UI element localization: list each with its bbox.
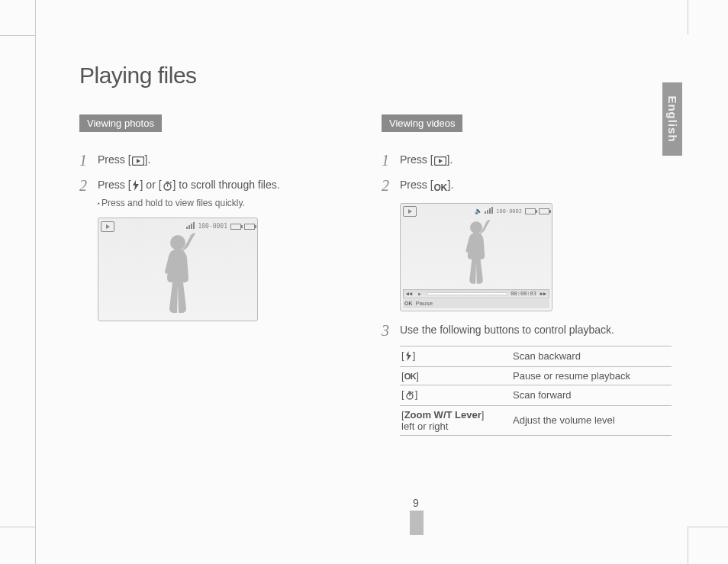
control-action: Adjust the volume level (511, 405, 672, 435)
signal-icon (185, 222, 195, 230)
ok-icon: OK (404, 301, 413, 306)
battery-icon (539, 208, 549, 214)
crop-mark (35, 0, 36, 564)
control-key: [] (400, 385, 511, 405)
step-text: Press [ (98, 179, 131, 191)
crop-mark (0, 527, 35, 527)
step-text: ]. (145, 153, 151, 166)
control-key: [Zoom W/T Lever]left or right (400, 405, 511, 435)
video-playback-screenshot: 🔈 100-0002 ◀◀ ▶ 00:00:03 ▶▶ OK Pause (400, 203, 552, 311)
signal-icon (484, 207, 493, 215)
crop-mark (0, 35, 35, 36)
pause-label: Pause (416, 300, 433, 307)
column-viewing-videos: Viewing videos 1 Press []. 2 Press [OK].… (382, 114, 673, 436)
step-text: ] or [ (140, 179, 162, 191)
zoom-lever-sub: left or right (401, 421, 448, 432)
step-1: 1 Press []. (382, 152, 673, 169)
ok-bar: OK Pause (403, 299, 549, 308)
battery-icon (244, 224, 255, 230)
video-control-bar: ◀◀ ▶ 00:00:03 ▶▶ (403, 289, 549, 298)
page-number: 9 (413, 497, 419, 509)
flash-icon (405, 351, 412, 363)
svg-marker-11 (406, 351, 411, 361)
person-silhouette (143, 232, 212, 316)
step-number: 2 (382, 177, 400, 195)
control-key: [] (400, 346, 511, 366)
step-3: 3 Use the following buttons to control p… (382, 322, 673, 338)
svg-line-15 (412, 392, 414, 393)
progress-track (427, 292, 507, 295)
table-row: [] Scan forward (400, 385, 672, 405)
step-text: Press [ (98, 153, 131, 166)
svg-point-7 (170, 235, 185, 250)
memory-icon (230, 224, 241, 230)
step-text: ]. (447, 153, 453, 166)
ok-icon: OK (404, 372, 417, 381)
svg-marker-9 (439, 159, 443, 163)
step-text: Press [ (400, 153, 433, 166)
control-table: [] Scan backward [OK] Pause or resume pl… (400, 346, 672, 436)
rewind-icon: ◀◀ (404, 291, 414, 297)
video-time: 00:00:03 (511, 291, 536, 297)
play-icon (403, 206, 417, 217)
timer-icon (405, 391, 414, 402)
crop-mark (688, 527, 688, 564)
control-key: [OK] (400, 366, 511, 385)
step-text: Use the following buttons to control pla… (400, 322, 673, 338)
forward-icon: ▶▶ (538, 291, 549, 297)
section-heading: Viewing photos (79, 114, 162, 132)
step-number: 3 (382, 322, 400, 338)
step-1: 1 Press []. (79, 152, 362, 169)
crop-mark (688, 0, 688, 34)
zoom-lever-label: Zoom W/T Lever (404, 409, 482, 421)
table-row: [OK] Pause or resume playback (400, 366, 672, 385)
control-action: Scan forward (511, 385, 672, 405)
step-2: 2 Press [] or [] to scroll through files… (79, 177, 362, 210)
memory-icon (525, 208, 536, 214)
person-silhouette (449, 218, 504, 288)
video-counter: 100-0002 (496, 208, 522, 214)
step-text: ] to scroll through files. (173, 179, 280, 191)
step-text: Press [ (400, 179, 433, 191)
svg-point-10 (470, 221, 482, 234)
photo-counter: 100-0001 (198, 223, 227, 230)
play-icon (101, 221, 114, 232)
play-icon (434, 154, 446, 169)
svg-marker-1 (137, 159, 140, 163)
page-title: Playing files (79, 63, 197, 89)
play-small-icon: ▶ (414, 291, 425, 296)
timer-icon (163, 179, 172, 195)
step-number: 1 (382, 152, 400, 169)
step-number: 2 (79, 177, 98, 210)
svg-line-6 (170, 182, 172, 184)
svg-marker-2 (133, 180, 139, 191)
crop-mark (688, 527, 728, 527)
step-bullet: Press and hold to view files quickly. (98, 197, 362, 210)
ok-icon: OK (434, 182, 447, 195)
photo-playback-screenshot: 100-0001 (98, 218, 258, 321)
table-row: [] Scan backward (400, 346, 672, 366)
column-viewing-photos: Viewing photos 1 Press []. 2 Press [] or… (79, 114, 362, 321)
play-icon (132, 154, 144, 169)
step-number: 1 (79, 152, 98, 169)
volume-icon: 🔈 (475, 208, 482, 214)
table-row: [Zoom W/T Lever]left or right Adjust the… (400, 405, 672, 435)
control-action: Pause or resume playback (511, 366, 672, 385)
control-action: Scan backward (511, 346, 672, 366)
flash-icon (132, 179, 140, 195)
step-text: ]. (448, 179, 454, 191)
page-number-tab (410, 511, 424, 535)
section-heading: Viewing videos (382, 114, 462, 132)
step-2: 2 Press [OK]. (382, 177, 673, 195)
